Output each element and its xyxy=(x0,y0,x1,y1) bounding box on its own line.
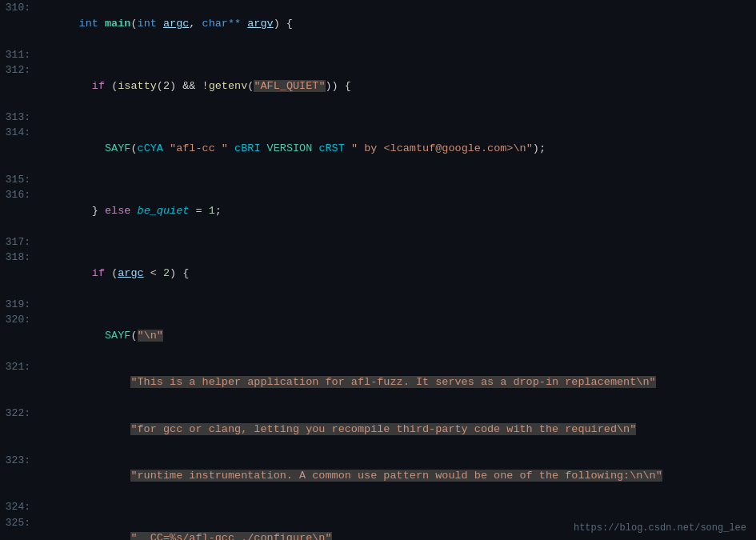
line-content-322: "for gcc or clang, letting you recompile… xyxy=(38,406,756,453)
line-num-323: 323: xyxy=(0,453,38,469)
str-helper: "This is a helper application for afl-fu… xyxy=(130,376,655,388)
str-by: " by <lcamtuf@google.com>\n" xyxy=(351,142,533,154)
line-num-324: 324: xyxy=(0,499,38,515)
line-num-325: 325: xyxy=(0,515,38,531)
line-num-314: 314: xyxy=(0,125,38,141)
var-argc2: argc xyxy=(118,267,143,279)
line-content-310: int main(int argc, char** argv) { xyxy=(38,0,756,47)
var-argv: argv xyxy=(247,18,273,30)
str-afl-quiet: "AFL_QUIET" xyxy=(254,80,325,92)
str-runtime: "runtime instrumentation. A common use p… xyxy=(130,470,662,482)
fn-isatty: isatty xyxy=(118,80,157,92)
keyword-int: int xyxy=(79,18,105,30)
str-for-gcc: "for gcc or clang, letting you recompile… xyxy=(130,423,636,435)
code-line-321: 321: "This is a helper application for a… xyxy=(0,359,756,406)
str-version: VERSION xyxy=(267,142,313,154)
macro-sayf2: SAYF xyxy=(105,330,130,342)
code-viewer: 310: int main(int argc, char** argv) { 3… xyxy=(0,0,756,540)
fn-main: main xyxy=(105,18,130,30)
line-content-318: if (argc < 2) { xyxy=(38,250,756,297)
line-num-321: 321: xyxy=(0,359,38,375)
code-line-317: 317: xyxy=(0,234,756,250)
line-content-319 xyxy=(38,297,756,313)
keyword-if: if xyxy=(92,80,111,92)
line-num-311: 311: xyxy=(0,47,38,63)
line-content-312: if (isatty(2) && !getenv("AFL_QUIET")) { xyxy=(38,62,756,110)
keyword-char: char** xyxy=(202,18,242,30)
str-newline: "\n" xyxy=(138,330,163,342)
code-line-322: 322: "for gcc or clang, letting you reco… xyxy=(0,406,756,453)
code-line-314: 314: SAYF(cCYA "afl-cc " cBRI VERSION cR… xyxy=(0,125,756,172)
code-line-324: 324: xyxy=(0,499,756,515)
line-content-324 xyxy=(38,499,756,515)
line-content-313 xyxy=(38,110,756,126)
num-1: 1 xyxy=(209,205,215,217)
macro-ccya: cCYA xyxy=(138,142,163,154)
var-argc: argc xyxy=(163,18,189,30)
code-line-313: 313: xyxy=(0,110,756,126)
line-content-317 xyxy=(38,234,756,250)
str-afl-cc: "afl-cc " xyxy=(170,142,228,154)
var-be-quiet: be_quiet xyxy=(138,205,190,217)
line-num-312: 312: xyxy=(0,62,38,78)
line-num-322: 322: xyxy=(0,406,38,422)
line-num-320: 320: xyxy=(0,312,38,328)
keyword-else: else xyxy=(105,205,138,217)
fn-getenv: getenv xyxy=(209,80,248,92)
line-num-318: 318: xyxy=(0,250,38,266)
line-num-315: 315: xyxy=(0,172,38,188)
num-2: 2 xyxy=(163,267,170,279)
line-num-313: 313: xyxy=(0,110,38,126)
code-line-315: 315: xyxy=(0,172,756,188)
str-cc-configure: " CC=%s/afl-gcc ./configure\n" xyxy=(130,532,331,540)
line-num-317: 317: xyxy=(0,234,38,250)
keyword-if2: if xyxy=(92,267,111,279)
code-line-312: 312: if (isatty(2) && !getenv("AFL_QUIET… xyxy=(0,62,756,110)
line-content-320: SAYF("\n" xyxy=(38,312,756,359)
line-num-310: 310: xyxy=(0,0,38,16)
watermark: https://blog.csdn.net/song_lee xyxy=(574,522,746,534)
line-num-319: 319: xyxy=(0,297,38,313)
code-line-319: 319: xyxy=(0,297,756,313)
code-line-316: 316: } else be_quiet = 1; xyxy=(0,187,756,234)
macro-cbri: cBRI xyxy=(234,142,260,154)
code-line-320: 320: SAYF("\n" xyxy=(0,312,756,359)
line-content-311 xyxy=(38,47,756,63)
line-content-321: "This is a helper application for afl-fu… xyxy=(38,359,756,406)
line-content-315 xyxy=(38,172,756,188)
code-line-311: 311: xyxy=(0,47,756,63)
macro-crst: cRST xyxy=(318,142,344,154)
code-line-323: 323: "runtime instrumentation. A common … xyxy=(0,453,756,500)
macro-sayf: SAYF xyxy=(105,142,130,154)
code-line-310: 310: int main(int argc, char** argv) { xyxy=(0,0,756,47)
line-num-316: 316: xyxy=(0,187,38,203)
code-line-318: 318: if (argc < 2) { xyxy=(0,250,756,297)
line-content-316: } else be_quiet = 1; xyxy=(38,187,756,234)
keyword-int2: int xyxy=(138,18,163,30)
line-content-314: SAYF(cCYA "afl-cc " cBRI VERSION cRST " … xyxy=(38,125,756,172)
line-content-323: "runtime instrumentation. A common use p… xyxy=(38,453,756,500)
